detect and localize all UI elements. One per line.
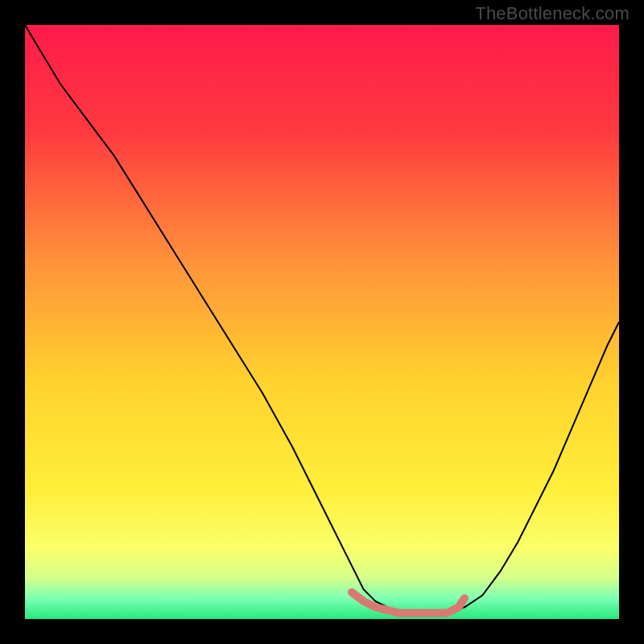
watermark-text: TheBottleneck.com [475, 3, 630, 24]
chart-svg [25, 25, 619, 619]
chart-container: TheBottleneck.com [0, 0, 644, 644]
plot-area [25, 25, 619, 619]
chart-background [25, 25, 619, 619]
